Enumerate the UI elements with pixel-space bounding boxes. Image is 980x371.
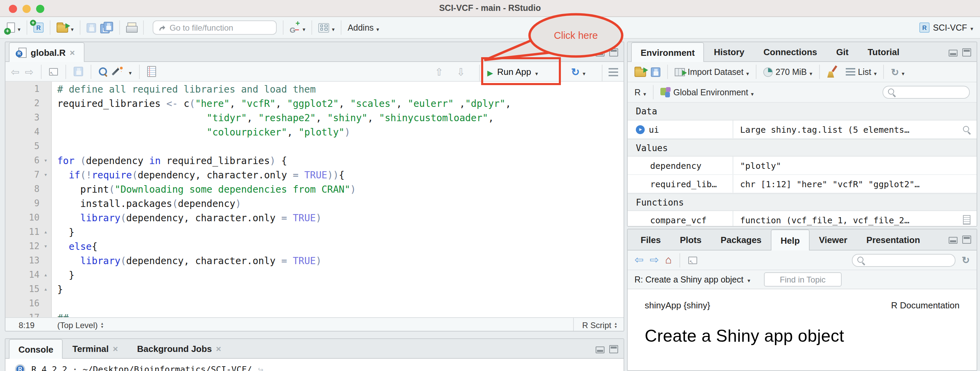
code-line[interactable]: 11▴ } [5, 225, 624, 239]
tab-environment[interactable]: Environment [631, 42, 704, 62]
tab-tutorial[interactable]: Tutorial [858, 42, 909, 61]
code-line[interactable]: 16 [5, 296, 624, 311]
environment-search-input[interactable] [899, 87, 964, 97]
code-line[interactable]: 8 print("Downloading some dependencies f… [5, 182, 624, 196]
new-project-button[interactable]: R [33, 22, 44, 33]
code-line[interactable]: 6▾for (dependency in required_libraries)… [5, 153, 624, 168]
find-in-topic-input[interactable] [765, 275, 841, 284]
tab-terminal[interactable]: Terminal [63, 339, 128, 358]
save-workspace-icon[interactable] [651, 67, 660, 76]
file-type-selector[interactable]: R Script [573, 318, 624, 331]
memory-usage-button[interactable]: 270 MiB [763, 66, 812, 78]
open-file-button[interactable] [57, 21, 73, 34]
goto-file-search[interactable] [153, 21, 277, 35]
project-selector[interactable]: R SCI-VCF [920, 22, 973, 33]
save-all-button[interactable] [100, 22, 113, 33]
print-button[interactable] [126, 22, 137, 33]
load-workspace-icon[interactable] [635, 69, 646, 77]
maximize-pane-icon[interactable] [609, 345, 618, 353]
topic-label[interactable]: R: Create a Shiny app object [635, 275, 743, 284]
import-dataset-button[interactable]: Import Dataset [675, 66, 749, 78]
code-line[interactable]: 2required_libraries <- c("here", "vcfR",… [5, 96, 624, 110]
goto-directory-icon[interactable] [258, 364, 263, 371]
code-line[interactable]: 5 [5, 139, 624, 153]
clear-objects-icon[interactable] [827, 66, 837, 78]
close-icon[interactable] [113, 344, 118, 354]
new-file-button[interactable] [7, 21, 21, 34]
code-editor[interactable]: 1# define all required libraries and loa… [5, 82, 624, 317]
open-in-window-icon[interactable] [689, 256, 697, 264]
tab-background-jobs[interactable]: Background Jobs [127, 339, 231, 358]
code-line[interactable]: 4 "colourpicker", "plotly") [5, 125, 624, 139]
console-body[interactable]: R 4.2.2 · ~/Desktop/Bioinformatics/SCI-V… [5, 359, 624, 371]
fold-up-icon[interactable]: ▴ [40, 272, 52, 277]
code-line[interactable]: 7▾ if(!require(dependency, character.onl… [5, 168, 624, 182]
environment-row[interactable]: dependency"plotly" [628, 157, 977, 175]
maximize-pane-icon[interactable] [609, 48, 618, 57]
tab-packages[interactable]: Packages [711, 230, 771, 250]
environment-row[interactable]: uiLarge shiny.tag.list (5 elements… [628, 120, 977, 139]
fold-down-icon[interactable]: ▾ [40, 158, 52, 163]
version-control-button[interactable]: +– [290, 21, 305, 34]
environment-row[interactable]: compare_vcffunction (vcf_file_1, vcf_fil… [628, 211, 977, 227]
back-icon[interactable] [11, 67, 19, 76]
fold-up-icon[interactable]: ▴ [40, 229, 52, 235]
environment-section-header[interactable]: Functions [628, 193, 977, 211]
save-icon[interactable] [73, 67, 83, 76]
tab-plots[interactable]: Plots [670, 230, 711, 250]
home-icon[interactable] [665, 254, 671, 266]
source-down-button[interactable] [457, 62, 465, 82]
fold-up-icon[interactable]: ▴ [40, 286, 52, 292]
tab-help[interactable]: Help [771, 230, 809, 251]
code-line[interactable]: 17## ... [5, 311, 624, 317]
environment-section-header[interactable]: Data [628, 103, 977, 120]
environment-section-header[interactable]: Values [628, 139, 977, 157]
goto-file-input[interactable] [170, 23, 271, 32]
fold-down-icon[interactable]: ▾ [40, 243, 52, 249]
run-app-button[interactable]: Run App [482, 63, 544, 80]
compile-report-icon[interactable] [147, 66, 156, 77]
forward-icon[interactable] [25, 67, 33, 76]
tab-files[interactable]: Files [631, 230, 670, 250]
code-tools-icon[interactable] [113, 66, 123, 77]
code-line[interactable]: 15▴} [5, 282, 624, 296]
expand-object-icon[interactable] [636, 125, 645, 134]
close-icon[interactable] [70, 47, 75, 57]
minimize-pane-icon[interactable] [949, 50, 958, 57]
language-selector[interactable]: R [635, 86, 646, 98]
code-line[interactable]: 10 library(dependency, character.only = … [5, 210, 624, 225]
maximize-pane-icon[interactable] [962, 48, 971, 57]
find-in-topic-box[interactable] [764, 272, 842, 287]
fold-down-icon[interactable]: ▾ [40, 172, 52, 178]
maximize-pane-icon[interactable] [962, 236, 971, 244]
inspect-icon[interactable] [963, 125, 970, 133]
minimize-pane-icon[interactable] [596, 50, 605, 57]
environment-row[interactable]: required_lib…chr [1:12] "here" "vcfR" "g… [628, 175, 977, 193]
re-run-button[interactable] [571, 62, 585, 82]
tab-history[interactable]: History [704, 42, 754, 61]
refresh-icon[interactable] [962, 254, 970, 266]
code-line[interactable]: 1# define all required libraries and loa… [5, 82, 624, 96]
list-view-button[interactable]: List [846, 66, 877, 78]
tab-viewer[interactable]: Viewer [809, 230, 857, 250]
view-function-icon[interactable] [963, 215, 970, 225]
find-replace-icon[interactable] [99, 67, 107, 76]
environment-search[interactable] [883, 86, 970, 99]
scope-selector[interactable]: (Top Level) [48, 320, 103, 330]
close-icon[interactable] [216, 344, 221, 354]
help-search-input[interactable] [869, 255, 950, 265]
workspace-panes-button[interactable] [318, 21, 335, 34]
help-back-icon[interactable] [635, 255, 644, 265]
document-outline-button[interactable] [609, 62, 618, 82]
tab-console[interactable]: Console [9, 339, 63, 359]
source-up-button[interactable] [435, 62, 443, 82]
code-line[interactable]: 3 "tidyr", "reshape2", "shiny", "shinycu… [5, 110, 624, 125]
open-in-window-icon[interactable] [49, 68, 58, 75]
code-line[interactable]: 13 library(dependency, character.only = … [5, 253, 624, 268]
minimize-pane-icon[interactable] [949, 237, 958, 244]
code-line[interactable]: 14▴ } [5, 268, 624, 282]
tab-global-r[interactable]: global.R [9, 42, 84, 62]
code-line[interactable]: 9 install.packages(dependency) [5, 196, 624, 210]
tab-presentation[interactable]: Presentation [857, 230, 930, 250]
minimize-pane-icon[interactable] [596, 347, 605, 353]
